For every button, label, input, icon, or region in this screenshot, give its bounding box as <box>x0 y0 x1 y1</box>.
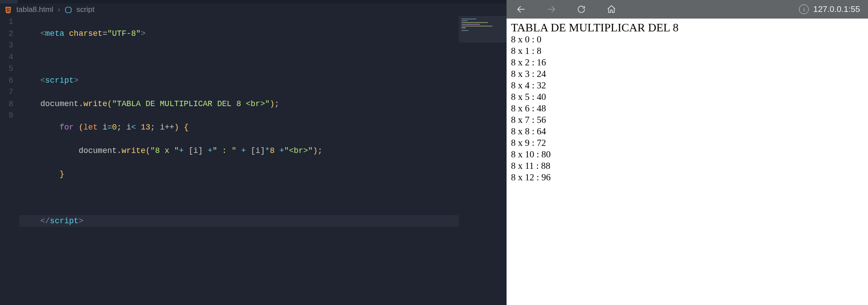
info-icon[interactable]: i <box>799 4 809 14</box>
html-file-icon <box>4 6 12 14</box>
output-row: 8 x 6 : 48 <box>511 103 864 114</box>
line-number: 8 <box>0 98 13 110</box>
code-editor-pane: tabla8.html › script 1 2 3 4 5 6 7 8 9 <… <box>0 0 507 305</box>
code-token: + <box>241 146 246 155</box>
breadcrumb-file[interactable]: tabla8.html <box>16 5 53 14</box>
symbol-icon <box>65 6 72 14</box>
code-token: i <box>255 146 260 155</box>
code-token: " : " <box>212 146 236 155</box>
address-text: 127.0.0.1:55 <box>813 4 860 14</box>
output-row: 8 x 10 : 80 <box>511 149 864 160</box>
output-row: 8 x 11 : 88 <box>511 160 864 172</box>
code-token: let <box>83 123 97 132</box>
back-button[interactable] <box>515 3 528 16</box>
code-token: "<br>" <box>284 146 313 155</box>
code-token: i <box>193 146 198 155</box>
browser-content: TABLA DE MULTIPLICAR DEL 8 8 x 0 : 0 8 x… <box>507 19 868 305</box>
line-number: 2 <box>0 28 13 40</box>
line-number: 1 <box>0 16 13 28</box>
code-token: write <box>122 146 146 155</box>
output-row: 8 x 2 : 16 <box>511 57 864 68</box>
browser-pane: i 127.0.0.1:55 TABLA DE MULTIPLICAR DEL … <box>507 0 868 305</box>
code-token: 8 <box>270 146 275 155</box>
home-button[interactable] <box>605 3 618 16</box>
tab-strip <box>0 0 507 4</box>
page-title: TABLA DE MULTIPLICAR DEL 8 <box>511 22 864 34</box>
code-token: i <box>127 123 131 132</box>
code-token: ] <box>260 146 265 155</box>
line-number: 7 <box>0 86 13 98</box>
code-token: [ <box>188 146 193 155</box>
refresh-button[interactable] <box>575 3 588 16</box>
code-token: i <box>103 123 108 132</box>
code-token: i++ <box>160 123 174 132</box>
browser-toolbar: i 127.0.0.1:55 <box>507 0 868 19</box>
code-token: "8 x " <box>150 146 179 155</box>
minimap[interactable] <box>459 16 507 299</box>
code-token: [ <box>251 146 256 155</box>
code-token: script <box>45 76 74 85</box>
output-row: 8 x 5 : 40 <box>511 91 864 103</box>
chevron-right-icon: › <box>58 5 60 14</box>
code-token: 0 <box>112 123 117 132</box>
code-token: = <box>107 123 112 132</box>
code-token: meta <box>45 29 64 38</box>
line-gutter: 1 2 3 4 5 6 7 8 9 <box>0 16 21 305</box>
output-row: 8 x 7 : 56 <box>511 114 864 126</box>
breadcrumb: tabla8.html › script <box>0 4 507 16</box>
output-row: 8 x 8 : 64 <box>511 126 864 137</box>
output-row: 8 x 4 : 32 <box>511 80 864 91</box>
line-number: 9 <box>0 110 13 122</box>
code-token: + <box>179 146 184 155</box>
code-token: ] <box>198 146 203 155</box>
code-content[interactable]: <meta charset="UTF-8"> <script> document… <box>21 16 507 305</box>
line-number: 5 <box>0 63 13 75</box>
address-bar[interactable]: i 127.0.0.1:55 <box>799 4 860 14</box>
code-token: charset <box>69 29 103 38</box>
output-row: 8 x 9 : 72 <box>511 137 864 149</box>
line-number: 3 <box>0 39 13 51</box>
code-token: write <box>83 99 107 108</box>
line-number: 6 <box>0 75 13 87</box>
output-row: 8 x 12 : 96 <box>511 172 864 183</box>
output-row: 8 x 1 : 8 <box>511 45 864 57</box>
minimap-viewport[interactable] <box>459 16 507 42</box>
code-token: script <box>50 217 79 225</box>
code-token: "UTF-8" <box>108 29 141 38</box>
code-token: "TABLA DE MULTIPLICAR DEL 8 <br>" <box>112 99 269 108</box>
code-token: 13 <box>141 123 150 132</box>
output-row: 8 x 0 : 0 <box>511 34 864 45</box>
code-token: < <box>131 123 136 132</box>
line-number: 4 <box>0 51 13 63</box>
code-token: + <box>207 146 212 155</box>
code-token: + <box>280 146 284 155</box>
code-token: * <box>265 146 270 155</box>
forward-button[interactable] <box>545 3 558 16</box>
code-token: for <box>59 123 73 132</box>
breadcrumb-symbol[interactable]: script <box>77 5 95 14</box>
code-area[interactable]: 1 2 3 4 5 6 7 8 9 <meta charset="UTF-8">… <box>0 16 507 305</box>
code-token: document <box>40 99 78 108</box>
output-row: 8 x 3 : 24 <box>511 68 864 80</box>
code-token: document <box>79 146 117 155</box>
